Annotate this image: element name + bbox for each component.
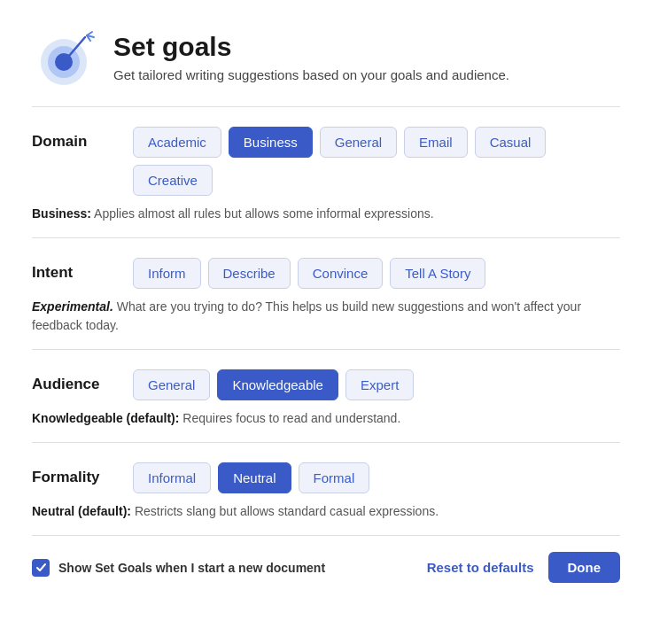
formality-informal[interactable]: Informal <box>133 462 211 493</box>
intent-describe[interactable]: Describe <box>208 258 291 289</box>
page-title: Set goals <box>113 32 509 62</box>
formality-desc: Neutral (default): Restricts slang but a… <box>32 502 620 521</box>
domain-academic[interactable]: Academic <box>133 127 221 158</box>
formality-neutral[interactable]: Neutral <box>218 462 291 493</box>
intent-options: Inform Describe Convince Tell A Story <box>133 258 485 289</box>
domain-email[interactable]: Email <box>404 127 468 158</box>
domain-creative[interactable]: Creative <box>133 165 213 196</box>
footer-left: Show Set Goals when I start a new docume… <box>32 559 325 577</box>
show-set-goals-checkbox[interactable] <box>32 559 50 577</box>
header-text: Set goals Get tailored writing suggestio… <box>113 32 509 82</box>
audience-desc: Knowledgeable (default): Requires focus … <box>32 409 620 428</box>
logo-icon <box>32 25 96 89</box>
domain-section: Domain Academic Business General Email C… <box>32 107 620 238</box>
reset-to-defaults-button[interactable]: Reset to defaults <box>427 560 534 575</box>
formality-section: Formality Informal Neutral Formal Neutra… <box>32 443 620 536</box>
domain-desc: Business: Applies almost all rules but a… <box>32 205 620 223</box>
audience-expert[interactable]: Expert <box>345 369 414 400</box>
checkmark-icon <box>35 562 47 573</box>
intent-tell-a-story[interactable]: Tell A Story <box>390 258 485 289</box>
footer: Show Set Goals when I start a new docume… <box>32 536 620 588</box>
intent-inform[interactable]: Inform <box>133 258 201 289</box>
intent-desc: Experimental. What are you trying to do?… <box>32 298 620 335</box>
domain-business[interactable]: Business <box>229 127 313 158</box>
intent-section: Intent Inform Describe Convince Tell A S… <box>32 238 620 350</box>
intent-convince[interactable]: Convince <box>298 258 384 289</box>
audience-general[interactable]: General <box>133 369 210 400</box>
audience-section: Audience General Knowledgeable Expert Kn… <box>32 350 620 443</box>
done-button[interactable]: Done <box>548 552 621 583</box>
audience-options: General Knowledgeable Expert <box>133 369 414 400</box>
domain-casual[interactable]: Casual <box>475 127 547 158</box>
page-subtitle: Get tailored writing suggestions based o… <box>113 67 509 82</box>
domain-options: Academic Business General Email Casual C… <box>133 127 620 196</box>
formality-formal[interactable]: Formal <box>299 462 370 493</box>
checkbox-label: Show Set Goals when I start a new docume… <box>58 561 325 575</box>
intent-label: Intent <box>32 258 112 282</box>
audience-knowledgeable[interactable]: Knowledgeable <box>217 369 338 400</box>
header: Set goals Get tailored writing suggestio… <box>32 25 620 89</box>
audience-label: Audience <box>32 369 112 393</box>
show-set-goals-checkbox-wrapper[interactable]: Show Set Goals when I start a new docume… <box>32 559 325 577</box>
footer-right: Reset to defaults Done <box>427 552 620 583</box>
domain-label: Domain <box>32 127 112 151</box>
domain-general[interactable]: General <box>320 127 397 158</box>
formality-label: Formality <box>32 462 112 486</box>
formality-options: Informal Neutral Formal <box>133 462 369 493</box>
